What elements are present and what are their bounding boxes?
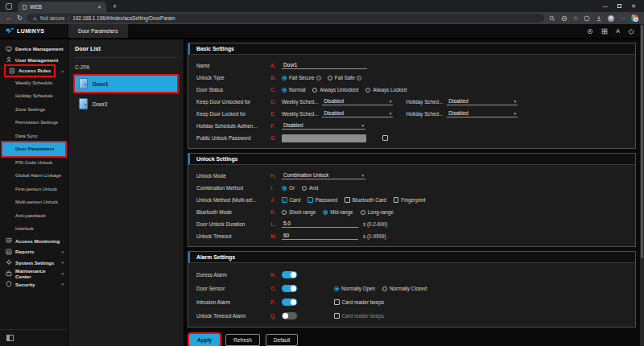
sidebar-item-zone-settings[interactable]: Zone Settings — [0, 103, 68, 117]
new-tab-button[interactable]: + — [113, 2, 117, 10]
page-tab-door-parameters[interactable]: Door Parameters — [68, 24, 128, 38]
app-header: LUMINYS Door Parameters A — [0, 24, 644, 39]
duress-alarm-toggle[interactable] — [282, 271, 297, 278]
collapse-sidebar-icon[interactable] — [6, 335, 14, 341]
unlock-timeout-input[interactable]: 60 — [282, 233, 358, 240]
keep-locked-weekly-select[interactable]: Disabled ▾ — [322, 110, 393, 117]
info-icon[interactable]: i — [357, 76, 361, 80]
bluetooth-card-checkbox[interactable] — [345, 197, 350, 203]
door-status-normal-radio[interactable] — [282, 88, 287, 93]
sidebar-item-data-sync[interactable]: Data Sync — [0, 130, 68, 143]
annotation-letter: E. — [270, 111, 282, 117]
fingerprint-checkbox[interactable] — [394, 197, 399, 203]
intrusion-alarm-toggle[interactable] — [282, 299, 297, 306]
power-logout-icon[interactable] — [628, 28, 634, 35]
unlock-timeout-alarm-toggle[interactable] — [282, 312, 297, 319]
alarm-settings-header: Alarm Settings — [188, 252, 635, 263]
door-sensor-toggle[interactable] — [282, 285, 297, 292]
intrusion-beeps-checkbox[interactable] — [334, 299, 340, 305]
sidebar-item-multi-person-unlock[interactable]: Multi-person Unlock — [0, 196, 68, 209]
public-password-enable-checkbox[interactable] — [382, 135, 388, 141]
holiday-auth-select[interactable]: Disabled ▾ — [282, 122, 365, 130]
info-icon[interactable]: i — [316, 76, 321, 80]
bt-mid-range-radio[interactable] — [323, 210, 328, 215]
bookmark-star-icon[interactable]: ☆ — [573, 15, 578, 22]
range-hint: s (1-9999) — [363, 233, 386, 239]
door-status-always-locked-radio[interactable] — [365, 88, 370, 93]
sidebar-item-door-parameters[interactable]: Door Parameters — [2, 142, 65, 156]
door-group-label[interactable]: C-2PA — [75, 64, 177, 70]
sidebar-item-interlock[interactable]: Interlock — [0, 222, 68, 236]
sensor-normally-open-radio[interactable] — [334, 286, 339, 291]
bt-short-range-radio[interactable] — [282, 210, 287, 215]
sidebar-item-first-person-unlock[interactable]: First-person Unlock — [0, 183, 68, 196]
timeout-beeps-checkbox[interactable] — [334, 313, 340, 319]
browser-menu-icon[interactable]: ⋯ — [620, 15, 625, 22]
sidebar-item-permission-settings[interactable]: Permission Settings — [0, 116, 68, 130]
sensor-normally-closed-radio[interactable] — [382, 286, 387, 291]
zoom-icon[interactable] — [549, 15, 555, 22]
annotation-letter: I. — [270, 185, 282, 191]
content-blocked-icon[interactable] — [561, 15, 568, 22]
fail-secure-radio[interactable] — [282, 76, 287, 80]
sidebar-item-access-rules[interactable]: Access Rules ▴ — [0, 65, 68, 76]
window-close-button[interactable]: ✕ — [631, 3, 636, 10]
chevron-down-icon: ▾ — [390, 111, 392, 116]
tab-search-icon[interactable] — [6, 3, 12, 10]
password-checkbox[interactable]: ✓ — [308, 197, 313, 203]
door-status-row: Door Status C. Normal Always Unlocked Al… — [196, 84, 627, 96]
fail-safe-radio[interactable] — [328, 76, 332, 80]
default-button[interactable]: Default — [266, 334, 299, 346]
user-account-icon[interactable]: A — [616, 28, 620, 34]
browser-logo-icon[interactable] — [631, 14, 638, 22]
annotation-letter: D. — [270, 99, 282, 105]
sidebar-item-device-management[interactable]: Device Management — [0, 43, 68, 55]
door-list-panel: Door List C-2PA Door1 Door2 — [68, 39, 184, 346]
reload-button[interactable]: ↻ — [17, 14, 23, 22]
profile-avatar[interactable] — [608, 15, 614, 22]
device-management-icon — [6, 46, 12, 52]
user-management-icon — [6, 56, 12, 63]
sidebar-item-maintenance-center[interactable]: Maintenance Center ▾ — [0, 268, 68, 279]
download-icon[interactable] — [596, 15, 602, 22]
keep-unlocked-weekly-select[interactable]: Disabled ▾ — [322, 98, 393, 105]
apply-button[interactable]: Apply — [189, 334, 220, 346]
bt-long-range-radio[interactable] — [361, 210, 365, 215]
target-icon[interactable] — [587, 28, 593, 35]
sidebar-item-anti-passback[interactable]: Anti-passback — [0, 209, 68, 223]
sidebar-item-reports[interactable]: Reports ▾ — [0, 246, 68, 257]
keep-door-unlocked-row: Keep Door Unlocked for D. Weekly Sched..… — [196, 96, 627, 108]
window-minimize-button[interactable]: — — [602, 3, 608, 9]
address-bar[interactable]: ⚠ Not secure | 192.168.1.196/#/index/acs… — [27, 14, 544, 23]
sidebar-item-system-settings[interactable]: System Settings ▾ — [0, 257, 68, 269]
back-button[interactable]: ← — [6, 14, 12, 22]
page-scrollbar[interactable] — [640, 24, 644, 346]
sidebar-item-user-management[interactable]: User Management — [0, 55, 68, 66]
sidebar-item-security[interactable]: Security ▾ — [0, 279, 68, 290]
browser-tab[interactable]: WEB ✕ — [18, 2, 106, 12]
window-restore-button[interactable] — [617, 4, 621, 8]
keep-unlocked-holiday-select[interactable]: Disabled ▾ — [447, 98, 518, 105]
unlock-mode-select[interactable]: Combination Unlock ▾ — [282, 172, 365, 179]
refresh-button[interactable]: Refresh — [225, 334, 260, 346]
door-unlock-duration-input[interactable]: 5.0 — [282, 220, 358, 228]
sidebar-item-pin-code-unlock[interactable]: PIN Code Unlock — [0, 156, 68, 170]
sidebar-item-weekly-schedule[interactable]: Weekly Schedule — [0, 76, 68, 90]
combination-or-radio[interactable] — [282, 186, 287, 191]
scrollbar-thumb[interactable] — [641, 25, 643, 258]
keep-locked-holiday-select[interactable]: Disabled ▾ — [447, 110, 518, 117]
combination-and-radio[interactable] — [302, 186, 307, 191]
sidebar-item-access-monitoring[interactable]: Access Monitoring — [0, 236, 68, 247]
door-list-item-door2[interactable]: Door2 — [75, 96, 177, 112]
access-rules-annotation-box: Access Rules — [6, 66, 54, 76]
card-checkbox[interactable]: ✓ — [282, 197, 287, 203]
door-list-item-door1[interactable]: Door1 — [75, 76, 177, 92]
sidebar-item-global-alarm-linkage[interactable]: Global Alarm Linkage — [0, 169, 68, 183]
door-status-always-unlocked-radio[interactable] — [312, 88, 317, 93]
layout-grid-icon[interactable] — [601, 28, 608, 35]
extensions-icon[interactable] — [584, 15, 590, 22]
annotation-letter: H. — [270, 173, 282, 179]
name-input[interactable]: Door1 — [282, 62, 367, 69]
sidebar-item-holiday-schedule[interactable]: Holiday Schedule — [0, 89, 68, 103]
tab-close-icon[interactable]: ✕ — [97, 4, 101, 10]
